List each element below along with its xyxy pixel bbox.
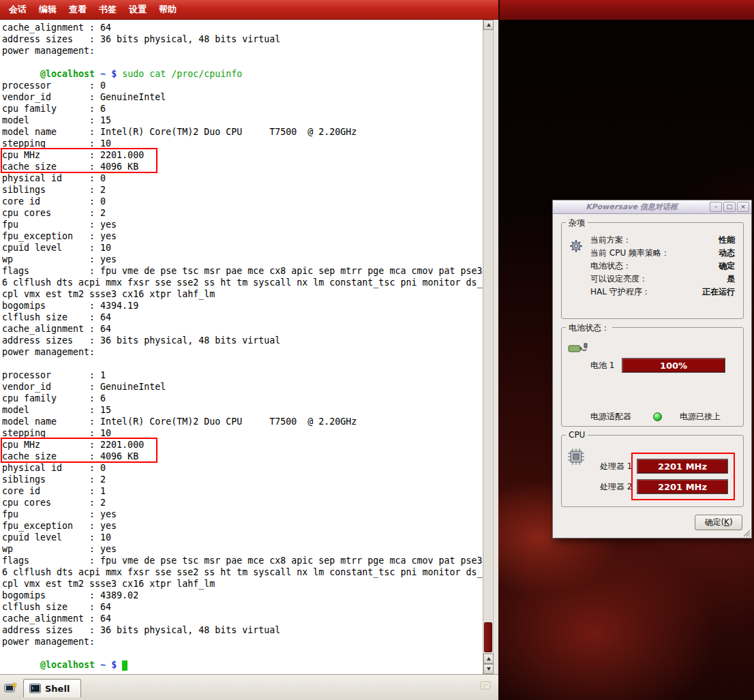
shell-icon [29, 684, 41, 694]
terminal-line: address sizes : 36 bits physical, 48 bit… [2, 624, 482, 636]
cpu-legend: CPU [566, 430, 588, 440]
terminal-line: cpu MHz : 2201.000 [2, 439, 482, 451]
misc-row-value: 性能 [719, 234, 735, 247]
terminal-line: model : 15 [2, 115, 482, 126]
terminal-line: vendor_id : GenuineIntel [2, 91, 482, 103]
terminal-line: wp : yes [2, 254, 482, 265]
dialog-titlebar[interactable]: KPowersave 信息对话框 – □ × [553, 200, 751, 214]
misc-legend: 杂项 [566, 217, 588, 229]
terminal-text-segment: clflush size : 64 [2, 312, 111, 322]
terminal-line: cpu cores : 2 [2, 207, 482, 219]
misc-row-value: 确定 [719, 260, 735, 273]
terminal-line: cpu family : 6 [2, 103, 482, 115]
misc-row-value: 动态 [719, 247, 735, 260]
adapter-row: 电源适配器 电源已接上 [590, 411, 735, 423]
terminal-line: fpu : yes [2, 508, 482, 520]
desktop: 会话编辑查看书签设置帮助 cache_alignment : 64address… [0, 0, 754, 700]
terminal-line: @localhost ~ $ sudo cat /proc/cpuinfo [2, 68, 482, 80]
misc-row: 当前 CPU 频率策略：动态 [590, 247, 735, 260]
menu-item[interactable]: 书签 [93, 3, 123, 16]
terminal-text-segment: fpu_exception : yes [2, 231, 117, 241]
close-button[interactable]: × [737, 202, 749, 212]
terminal-text-segment: siblings : 2 [2, 474, 106, 485]
battery-legend: 电池状态： [566, 322, 612, 334]
new-session-button[interactable] [3, 680, 19, 697]
misc-row-value: 是 [727, 273, 735, 286]
tab-label: Shell [45, 684, 70, 694]
terminal-text-segment: vendor_id : GenuineIntel [2, 382, 166, 392]
terminal-line: cache_alignment : 64 [2, 613, 482, 624]
terminal-text-segment: cpu MHz : 2201.000 [2, 150, 144, 160]
terminal-text-segment: core id : 0 [2, 196, 106, 207]
terminal-line: bogomips : 4394.19 [2, 300, 482, 311]
terminal-text-segment: wp : yes [2, 254, 117, 264]
terminal-line: fpu : yes [2, 219, 482, 230]
terminal-line: power management: [2, 346, 482, 358]
terminal-line: wp : yes [2, 543, 482, 555]
menu-item[interactable]: 会话 [3, 3, 33, 16]
scroll-up-button-bottom[interactable] [483, 654, 494, 664]
scrollbar-thumb[interactable] [484, 622, 492, 652]
terminal-line: model : 15 [2, 404, 482, 416]
terminal-text-segment: flags : fpu vme de pse tsc msr pae mce c… [2, 266, 482, 276]
terminal-text-segment: power management: [2, 637, 95, 647]
adapter-label: 电源适配器 [590, 411, 633, 423]
terminal-text-segment: sudo cat /proc/cpuinfo [117, 69, 242, 79]
terminal-line: cache_alignment : 64 [2, 22, 482, 33]
terminal-text-segment: fpu : yes [2, 509, 117, 519]
scroll-up-button[interactable] [483, 20, 494, 30]
terminal-scrollbar[interactable] [483, 20, 493, 674]
terminal-screen[interactable]: cache_alignment : 64address sizes : 36 b… [0, 20, 498, 674]
terminal-text-segment: stepping : 10 [2, 138, 111, 149]
terminal-line: bogomips : 4389.02 [2, 590, 482, 601]
maximize-button[interactable]: □ [723, 202, 736, 212]
terminal-line: model name : Intel(R) Core(TM)2 Duo CPU … [2, 416, 482, 427]
terminal-text-segment: siblings : 2 [2, 185, 106, 195]
scroll-down-button[interactable] [483, 664, 494, 674]
terminal-window: 会话编辑查看书签设置帮助 cache_alignment : 64address… [0, 0, 498, 700]
terminal-line: fpu_exception : yes [2, 230, 482, 242]
background-window-titlebar[interactable] [498, 0, 754, 20]
terminal-text-segment: cpu family : 6 [2, 393, 106, 404]
terminal-line: stepping : 10 [2, 427, 482, 439]
resize-grip[interactable] [742, 528, 751, 537]
menu-item[interactable]: 编辑 [33, 3, 63, 16]
terminal-line: flags : fpu vme de pse tsc msr pae mce c… [2, 555, 482, 566]
terminal-line: power management: [2, 636, 482, 648]
terminal-line: processor : 0 [2, 80, 482, 91]
terminal-frame [493, 20, 498, 674]
misc-row-value: 正在运行 [702, 286, 735, 299]
tab-shell[interactable]: Shell [23, 679, 81, 697]
arrow-up-icon [487, 23, 491, 27]
terminal-line: cpuid level : 10 [2, 242, 482, 254]
cpu-rows: 处理器 12201 MHz处理器 22201 MHz [600, 456, 734, 497]
battery-groupbox: 电池状态： 电池 1 100% 电源适配器 电源已接上 [561, 327, 744, 427]
dialog-title: KPowersave 信息对话框 [555, 202, 708, 212]
cpu-icon [567, 448, 585, 468]
terminal-cursor [122, 660, 127, 671]
terminal-text-segment: 6 clflush dts acpi mmx fxsr sse sse2 ss … [2, 277, 482, 288]
terminal-text-segment: model : 15 [2, 115, 111, 125]
cpu-frequency-bar: 2201 MHz [637, 459, 728, 474]
terminal-text-segment: cpu family : 6 [2, 104, 106, 114]
tabbar-corner-button[interactable] [479, 680, 492, 695]
cpu-row-label: 处理器 1 [600, 461, 637, 472]
terminal-text-segment: model name : Intel(R) Core(TM)2 Duo CPU … [2, 416, 357, 427]
terminal-text-segment: model name : Intel(R) Core(TM)2 Duo CPU … [2, 127, 357, 137]
ok-button[interactable]: 确定(K) [695, 515, 742, 530]
kpowersave-dialog: KPowersave 信息对话框 – □ × 杂项 当前方案： [552, 200, 752, 538]
terminal-text-segment: cpu cores : 2 [2, 498, 106, 508]
menu-item[interactable]: 设置 [123, 3, 153, 16]
terminal-text-segment: @localhost [40, 660, 95, 670]
ok-button-accel: K [724, 517, 729, 527]
gear-icon [569, 238, 585, 256]
terminal-line: clflush size : 64 [2, 601, 482, 613]
terminal-line: core id : 0 [2, 196, 482, 207]
menu-item[interactable]: 查看 [63, 3, 93, 16]
arrow-down-icon [487, 667, 491, 671]
terminal-text-segment: cache size : 4096 KB [2, 162, 138, 172]
menu-item[interactable]: 帮助 [153, 3, 183, 16]
terminal-text-segment [2, 69, 40, 79]
minimize-button[interactable]: – [710, 202, 722, 212]
terminal-text-segment: bogomips : 4394.19 [2, 301, 138, 311]
